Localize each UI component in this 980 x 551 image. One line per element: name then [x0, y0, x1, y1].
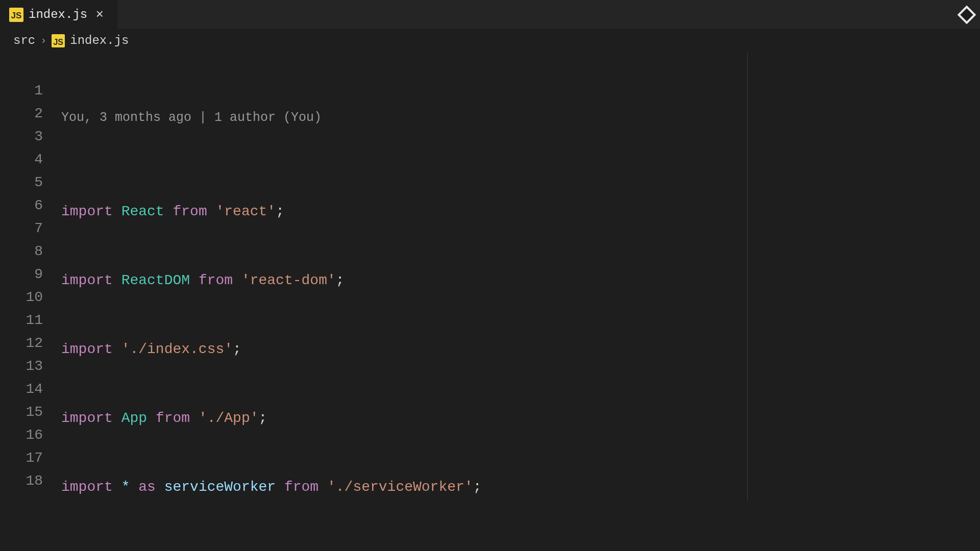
extension-icon[interactable] [957, 5, 977, 25]
code-line[interactable]: import * as serviceWorker from './servic… [61, 475, 937, 498]
code-content[interactable]: You, 3 months ago | 1 author (You) impor… [61, 56, 937, 551]
line-number: 12 [0, 332, 43, 355]
code-line[interactable]: import ReactDOM from 'react-dom'; [61, 269, 937, 292]
line-number: 10 [0, 286, 43, 309]
code-line[interactable] [61, 544, 937, 551]
line-number: 13 [0, 355, 43, 378]
breadcrumb: src › JS index.js [0, 30, 980, 52]
line-number: 1 [0, 79, 43, 102]
javascript-file-icon: JS [52, 34, 65, 47]
line-number: 18 [0, 469, 43, 492]
breadcrumb-segment-src[interactable]: src [13, 34, 35, 47]
line-number: 17 [0, 446, 43, 469]
diamond-icon [958, 6, 976, 24]
line-number: 8 [0, 240, 43, 263]
tab-index-js[interactable]: JS index.js × [0, 0, 117, 29]
code-line[interactable]: import React from 'react'; [61, 200, 937, 223]
javascript-file-icon: JS [9, 8, 23, 22]
line-number: 15 [0, 400, 43, 423]
codelens-authors[interactable]: You, 3 months ago | 1 author (You) [61, 102, 937, 131]
line-number: 5 [0, 171, 43, 194]
line-number: 3 [0, 125, 43, 148]
line-number: 2 [0, 102, 43, 125]
tab-label: index.js [29, 8, 87, 21]
line-number: 6 [0, 194, 43, 217]
line-number: 11 [0, 309, 43, 332]
line-number: 14 [0, 378, 43, 400]
line-number: 9 [0, 263, 43, 286]
line-number: 4 [0, 148, 43, 171]
tab-strip: JS index.js × [0, 0, 980, 30]
breadcrumb-segment-file[interactable]: index.js [70, 34, 129, 47]
chevron-right-icon: › [40, 35, 46, 46]
line-number-gutter: 1 2 3 4 5 6 7 8 9 10 11 12 13 14 15 16 1… [0, 56, 61, 551]
close-icon[interactable]: × [92, 8, 107, 22]
code-line[interactable]: import './index.css'; [61, 338, 937, 361]
tab-strip-spacer [117, 0, 953, 29]
line-number: 7 [0, 217, 43, 240]
line-number: 16 [0, 423, 43, 446]
code-editor[interactable]: 1 2 3 4 5 6 7 8 9 10 11 12 13 14 15 16 1… [0, 52, 980, 551]
code-line[interactable]: import App from './App'; [61, 407, 937, 430]
